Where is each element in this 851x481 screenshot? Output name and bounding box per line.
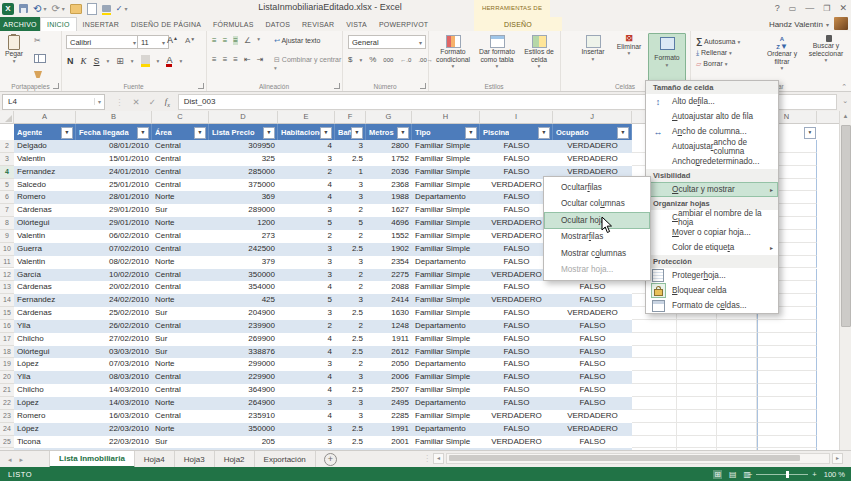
cell[interactable]: 325: [209, 153, 278, 166]
cell[interactable]: FALSO: [553, 346, 632, 359]
restore-icon[interactable]: ❐: [823, 4, 830, 13]
sheet-tab-hoja4[interactable]: Hoja4: [135, 451, 175, 468]
cell[interactable]: Familiar Simple: [412, 307, 480, 320]
cell[interactable]: Familiar Simple: [412, 204, 480, 217]
menu-item-ancho-predeterminado[interactable]: Ancho predeterminado...: [646, 154, 778, 169]
cell[interactable]: 2.5: [335, 423, 366, 436]
tab-archivo[interactable]: ARCHIVO: [0, 17, 40, 31]
zoom-slider-thumb[interactable]: [786, 471, 789, 478]
cell[interactable]: 3: [278, 153, 335, 166]
merge-center-button[interactable]: ⊟ Combinar y centrar ▾: [274, 56, 342, 71]
filter-icon[interactable]: ▾: [320, 127, 332, 139]
sheet-nav-left-icon[interactable]: ◂: [8, 456, 12, 464]
column-header-F[interactable]: F: [335, 111, 366, 124]
orientation-icon[interactable]: ∠: [244, 36, 251, 45]
cell[interactable]: Sur: [152, 436, 209, 449]
column-header-C[interactable]: C: [152, 111, 209, 124]
cell[interactable]: [717, 346, 757, 359]
cell[interactable]: FALSO: [480, 346, 553, 359]
menu-item-alto-de-fila[interactable]: ↕Alto de fila...: [646, 94, 778, 109]
cell[interactable]: López: [14, 423, 76, 436]
table-header-I[interactable]: Piscina▾: [480, 124, 553, 140]
cell[interactable]: FALSO: [480, 384, 553, 397]
cell[interactable]: [757, 384, 817, 397]
cell[interactable]: 2: [335, 358, 366, 371]
grow-font-icon[interactable]: A▲: [167, 35, 178, 45]
align-left-icon[interactable]: ≡: [212, 55, 217, 64]
cell[interactable]: 3: [335, 256, 366, 269]
cell[interactable]: 2: [278, 230, 335, 243]
cell[interactable]: Norte: [152, 358, 209, 371]
wrap-text-button[interactable]: ↩ Ajustar texto: [274, 37, 320, 45]
cell[interactable]: 2: [335, 269, 366, 282]
cell[interactable]: [632, 320, 677, 333]
normal-view-icon[interactable]: ⊞: [713, 470, 722, 479]
cell[interactable]: 24/02/2010: [76, 294, 152, 307]
cell[interactable]: 354000: [209, 281, 278, 294]
redo-icon[interactable]: ⟳: [51, 4, 59, 14]
cell[interactable]: Familiar Simple: [412, 140, 480, 153]
cell[interactable]: 1911: [366, 333, 412, 346]
cell[interactable]: 29/01/2010: [76, 204, 152, 217]
thousands-icon[interactable]: 000: [383, 57, 393, 63]
qat-more-icon[interactable]: ▾: [125, 5, 128, 12]
cell[interactable]: 2275: [366, 269, 412, 282]
row-header-20[interactable]: 20: [0, 371, 15, 384]
cell[interactable]: 1902: [366, 243, 412, 256]
row-header-6[interactable]: 6: [0, 191, 15, 204]
cell[interactable]: Fernandez: [14, 294, 76, 307]
cell[interactable]: FALSO: [480, 358, 553, 371]
cell[interactable]: 425: [209, 294, 278, 307]
minimize-icon[interactable]: —: [805, 3, 814, 13]
row-header-5[interactable]: 5: [0, 179, 15, 192]
cell[interactable]: 08/03/2010: [76, 371, 152, 384]
cell[interactable]: 242500: [209, 243, 278, 256]
cell[interactable]: 29/01/2010: [76, 217, 152, 230]
row-header-25[interactable]: 25: [0, 436, 15, 449]
cell[interactable]: 205: [209, 436, 278, 449]
sheet-nav-right-icon[interactable]: ▸: [20, 456, 24, 464]
cell[interactable]: 2368: [366, 179, 412, 192]
cell[interactable]: 269900: [209, 333, 278, 346]
cell[interactable]: 2: [335, 204, 366, 217]
row-header-14[interactable]: 14: [0, 294, 15, 307]
cell[interactable]: 239900: [209, 320, 278, 333]
cell[interactable]: 27/02/2010: [76, 333, 152, 346]
cell[interactable]: 2414: [366, 294, 412, 307]
cell[interactable]: Central: [152, 281, 209, 294]
cell[interactable]: Cárdenas: [14, 281, 76, 294]
cell[interactable]: 4: [278, 191, 335, 204]
underline-button[interactable]: S: [94, 56, 100, 66]
cell[interactable]: Sur: [152, 204, 209, 217]
cell[interactable]: 289000: [209, 204, 278, 217]
collapse-ribbon-icon[interactable]: ⌃: [841, 83, 847, 91]
cell[interactable]: [632, 358, 677, 371]
scroll-left-icon[interactable]: ◂: [433, 453, 444, 464]
vertical-scroll-thumb[interactable]: [841, 125, 851, 327]
cell[interactable]: [632, 423, 677, 436]
zoom-level[interactable]: 100 %: [824, 470, 845, 479]
cell[interactable]: 2: [335, 320, 366, 333]
cell[interactable]: Familiar Simple: [412, 346, 480, 359]
cell[interactable]: 20/02/2010: [76, 281, 152, 294]
cell[interactable]: [632, 384, 677, 397]
cut-icon[interactable]: ✂: [34, 36, 46, 45]
row-header-16[interactable]: 16: [0, 320, 15, 333]
cell[interactable]: Departamento: [412, 358, 480, 371]
cell[interactable]: Familiar Simple: [412, 333, 480, 346]
cell[interactable]: Familiar Simple: [412, 371, 480, 384]
cell[interactable]: Familiar Simple: [412, 436, 480, 449]
decrease-indent-icon[interactable]: ⇤: [244, 55, 251, 64]
cell[interactable]: Departamento: [412, 397, 480, 410]
align-top-icon[interactable]: ≡: [212, 36, 217, 45]
cell[interactable]: FALSO: [553, 320, 632, 333]
cell[interactable]: 3: [278, 423, 335, 436]
menu-item-mover-o-copiar-hoja[interactable]: Mover o copiar hoja...: [646, 225, 778, 240]
cell[interactable]: 3: [278, 243, 335, 256]
shrink-font-icon[interactable]: A▼: [185, 36, 195, 45]
cell[interactable]: 369: [209, 191, 278, 204]
cell[interactable]: Central: [152, 243, 209, 256]
cell[interactable]: 2: [278, 320, 335, 333]
zoom-slider[interactable]: [756, 474, 808, 475]
cell[interactable]: FALSO: [553, 358, 632, 371]
